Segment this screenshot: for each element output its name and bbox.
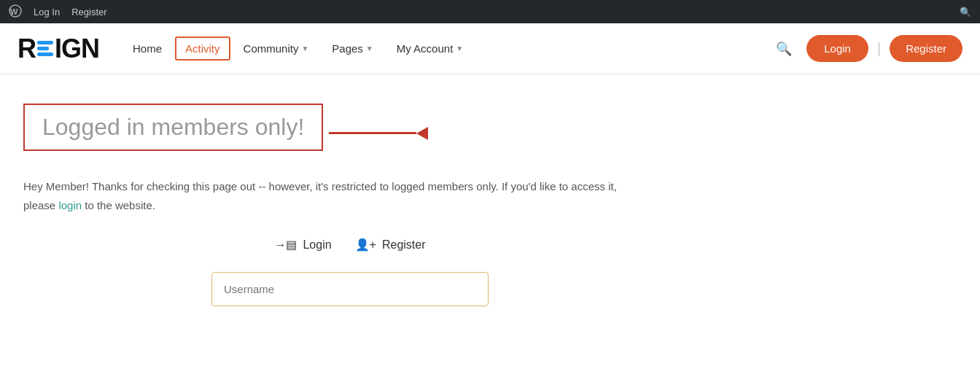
nav-right: 🔍 Login | Register	[770, 35, 962, 62]
nav-activity-link[interactable]: Activity	[175, 36, 230, 61]
login-action-button[interactable]: →▤ Login	[274, 238, 331, 252]
form-section	[23, 272, 677, 306]
admin-search-icon[interactable]: 🔍	[960, 7, 971, 18]
pages-chevron-icon: ▼	[366, 44, 373, 52]
admin-bar: W Log In Register 🔍	[0, 0, 980, 23]
site-logo[interactable]: R IGN	[18, 34, 99, 64]
action-buttons: →▤ Login 👤+ Register	[23, 238, 677, 252]
nav-links: Home Activity Community ▼ Pages ▼ My Acc…	[122, 36, 770, 61]
nav-myaccount-link[interactable]: My Account ▼	[386, 36, 473, 61]
nav-item-activity[interactable]: Activity	[175, 36, 230, 61]
nav-community-link[interactable]: Community ▼	[233, 36, 319, 61]
admin-bar-right: 🔍	[960, 7, 971, 18]
login-link[interactable]: login	[58, 199, 82, 211]
main-content: Logged in members only! Hey Member! Than…	[0, 74, 700, 335]
login-action-icon: →▤	[274, 238, 297, 252]
username-input[interactable]	[211, 272, 489, 306]
register-action-button[interactable]: 👤+ Register	[355, 238, 426, 252]
admin-register-link[interactable]: Register	[71, 7, 106, 18]
admin-login-link[interactable]: Log In	[34, 7, 60, 18]
register-button[interactable]: Register	[890, 35, 962, 62]
members-only-title: Logged in members only!	[42, 114, 304, 141]
restriction-message: Hey Member! Thanks for checking this pag…	[23, 177, 677, 214]
arrow-indicator	[329, 127, 428, 140]
nav-item-pages[interactable]: Pages ▼	[322, 36, 383, 61]
svg-text:W: W	[10, 7, 18, 16]
nav-divider: |	[877, 40, 881, 57]
nav-item-community[interactable]: Community ▼	[233, 36, 319, 61]
register-action-icon: 👤+	[355, 238, 376, 252]
nav-item-myaccount[interactable]: My Account ▼	[386, 36, 473, 61]
main-navigation: R IGN Home Activity Community ▼ Pages ▼	[0, 23, 980, 74]
logo-icon	[37, 41, 53, 56]
myaccount-chevron-icon: ▼	[456, 44, 463, 52]
wordpress-logo: W	[9, 4, 22, 20]
nav-pages-link[interactable]: Pages ▼	[322, 36, 383, 61]
search-button[interactable]: 🔍	[770, 38, 798, 60]
login-button[interactable]: Login	[806, 35, 868, 62]
nav-item-home[interactable]: Home	[122, 36, 172, 61]
members-only-box: Logged in members only!	[23, 104, 323, 151]
community-chevron-icon: ▼	[301, 44, 308, 52]
nav-home-link[interactable]: Home	[122, 36, 172, 61]
